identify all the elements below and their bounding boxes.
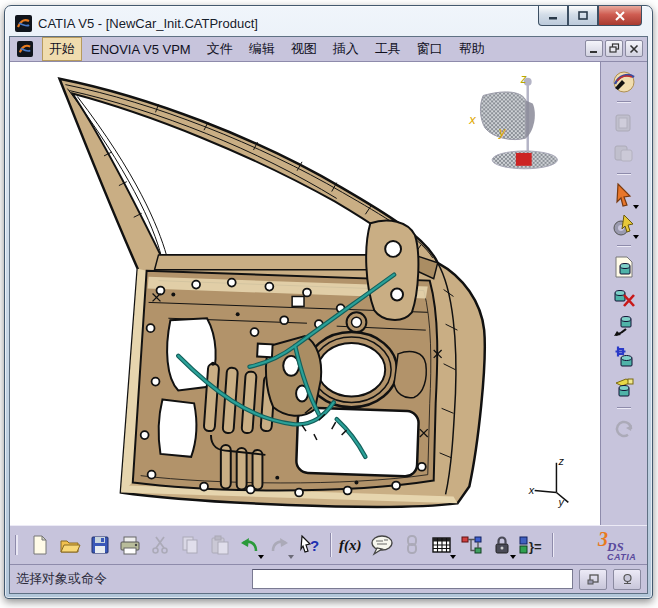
paste-button[interactable] [205,530,235,560]
undo-button[interactable] [235,530,265,560]
flyout-arrow[interactable] [258,555,264,559]
menu-view[interactable]: 视图 [284,37,324,61]
cut-scissors-icon [149,534,171,556]
menu-tools[interactable]: 工具 [368,37,408,61]
update-button[interactable] [608,414,640,444]
link-button[interactable] [397,530,427,560]
new-part-button[interactable] [608,252,640,282]
print-icon [118,534,142,556]
rules-check-icon: }= [518,534,546,556]
triad-y-label: y [557,496,564,508]
menu-file[interactable]: 文件 [200,37,240,61]
mdi-minimize-icon [589,44,599,54]
design-table-icon [430,534,454,556]
toolbar-separator [552,533,554,557]
clipboard-tool-2-button[interactable] [608,138,640,168]
lock-icon [491,534,513,556]
svg-text:CATIA: CATIA [607,552,636,562]
maximize-button[interactable] [568,6,598,26]
catia-window: CATIA V5 - [NewCar_Init.CATProduct] 开始 E… [4,5,653,599]
cut-button[interactable] [145,530,175,560]
select-button[interactable] [608,180,640,210]
redo-button[interactable] [265,530,295,560]
link-icon [402,534,422,556]
mdi-close-icon [629,44,639,54]
toolbar-separator [617,407,631,409]
print-button[interactable] [115,530,145,560]
new-button[interactable] [25,530,55,560]
globe-stand-icon [621,573,634,585]
copy-button[interactable] [175,530,205,560]
minimize-button[interactable] [538,6,568,26]
delete-component-icon [612,285,636,309]
minimize-icon [547,11,559,21]
menu-insert[interactable]: 插入 [326,37,366,61]
menu-start[interactable]: 开始 [42,37,82,61]
mdi-restore-button[interactable] [605,40,623,57]
triad-z-label: z [557,455,564,467]
catia-logo: 3 DS CATIA [587,527,645,563]
paste-icon [209,534,231,556]
rules-check-button[interactable]: }= [517,530,547,560]
right-toolbar [601,62,647,525]
catia-logo-icon: 3 DS CATIA [590,527,642,563]
view-compass[interactable]: z x y [468,72,557,169]
door-model[interactable] [59,79,484,507]
compass-x-label: x [468,112,476,127]
svg-text:?: ? [310,537,319,554]
fix-component-icon [612,375,636,399]
flyout-arrow[interactable] [633,205,639,209]
clipboard-tool-1-button[interactable] [608,108,640,138]
fix-component-button[interactable] [608,372,640,402]
svg-text:f(x): f(x) [339,537,362,554]
replace-component-button[interactable] [608,312,640,342]
panel-toggle-button[interactable] [579,569,607,590]
window-title: CATIA V5 - [NewCar_Init.CATProduct] [38,16,258,31]
power-input-field[interactable] [252,569,573,589]
replace-component-icon [612,315,636,339]
open-button[interactable] [55,530,85,560]
menu-help[interactable]: 帮助 [452,37,492,61]
door-model-scene[interactable]: z x y z x y [10,62,600,525]
mdi-close-button[interactable] [625,40,643,57]
formula-button[interactable]: f(x) [337,530,367,560]
menu-window[interactable]: 窗口 [410,37,450,61]
open-folder-icon [58,534,82,556]
menu-app-icon [16,41,34,57]
product-structure-button[interactable] [457,530,487,560]
product-structure-icon [460,534,484,556]
toolbar-grip[interactable] [16,535,21,555]
mdi-minimize-button[interactable] [585,40,603,57]
add-component-button[interactable] [608,342,640,372]
clipboard-tool-2-icon [612,141,636,165]
update-icon [611,416,637,442]
title-bar[interactable]: CATIA V5 - [NewCar_Init.CATProduct] [9,10,648,36]
help-cursor-icon: ? [298,534,322,556]
lock-button[interactable] [487,530,517,560]
flyout-arrow[interactable] [633,235,639,239]
flyout-arrow[interactable] [288,555,294,559]
triad-x-label: x [528,484,535,496]
flyout-arrow[interactable] [450,555,456,559]
design-table-button[interactable] [427,530,457,560]
add-component-icon [612,345,636,369]
smart-pick-button[interactable] [608,210,640,240]
close-button[interactable] [598,6,642,26]
menu-edit[interactable]: 编辑 [242,37,282,61]
compass-z-label: z [520,72,527,86]
whats-this-button[interactable]: ? [295,530,325,560]
new-document-icon [29,534,51,556]
workbench-button[interactable] [608,66,640,96]
delete-component-button[interactable] [608,282,640,312]
3d-viewport[interactable]: z x y z x y [10,62,601,525]
toolbar-separator [330,533,332,557]
flyout-arrow[interactable] [510,555,516,559]
panel-window-icon [587,574,599,585]
redo-icon [268,534,292,556]
knowledge-browser-button[interactable] [613,569,641,590]
status-message: 选择对象或命令 [16,570,246,588]
speech-bubble-icon [369,534,395,556]
knowledge-inspector-button[interactable] [367,530,397,560]
save-button[interactable] [85,530,115,560]
menu-enovia[interactable]: ENOVIA V5 VPM [84,39,198,60]
